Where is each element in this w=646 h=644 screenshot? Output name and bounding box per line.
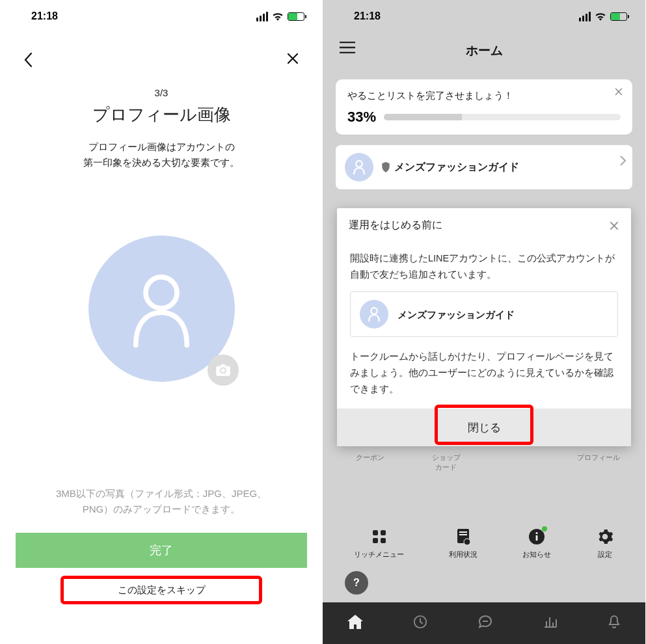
wifi-icon xyxy=(272,12,284,21)
document-icon xyxy=(454,528,472,546)
shield-icon xyxy=(381,162,390,172)
tab-bar xyxy=(323,602,645,644)
svg-rect-8 xyxy=(459,531,467,533)
avatar xyxy=(345,153,373,181)
bell-icon xyxy=(608,615,621,629)
svg-point-10 xyxy=(464,539,470,545)
clock-icon xyxy=(413,615,427,629)
hamburger-icon xyxy=(340,42,355,53)
todo-card[interactable]: やることリストを完了させましょう！ 33% xyxy=(336,79,632,135)
chart-icon xyxy=(543,615,558,628)
page-subtitle: プロフィール画像はアカウントの 第一印象を決める大切な要素です。 xyxy=(0,139,323,170)
menu-richmenu[interactable]: リッチメニュー xyxy=(354,528,404,559)
shortcut-shopcard: ショップ カード xyxy=(408,453,484,472)
svg-point-1 xyxy=(356,161,362,167)
friend-box[interactable]: メンズファッションガイド xyxy=(350,291,618,337)
onboarding-modal: 運用をはじめる前に 開設時に連携したLINEアカウントに、この公式アカウントが自… xyxy=(337,208,631,446)
svg-point-13 xyxy=(535,532,537,534)
person-icon xyxy=(367,306,381,322)
question-icon: ? xyxy=(353,577,360,589)
todo-text: やることリストを完了させましょう！ xyxy=(347,90,621,102)
svg-point-2 xyxy=(371,308,377,314)
chat-icon xyxy=(478,615,493,629)
menu-button[interactable] xyxy=(340,42,355,56)
modal-close-button[interactable]: 閉じる xyxy=(337,409,631,446)
modal-text-2: トークルームから話しかけたり、プロフィールページを見てみましょう。他のユーザーに… xyxy=(350,349,618,397)
svg-rect-3 xyxy=(373,530,378,535)
close-icon[interactable] xyxy=(609,221,619,231)
signal-icon xyxy=(579,12,591,21)
tab-chat[interactable] xyxy=(478,615,493,632)
wifi-icon xyxy=(595,12,606,21)
menu-news[interactable]: お知らせ xyxy=(522,528,551,559)
modal-header: 運用をはじめる前に xyxy=(337,208,631,243)
status-bar: 21:18 xyxy=(323,0,645,33)
svg-rect-9 xyxy=(459,534,467,535)
home-icon xyxy=(347,615,363,629)
menu-settings[interactable]: 設定 xyxy=(596,528,614,559)
modal-title: 運用をはじめる前に xyxy=(349,219,442,232)
grid-icon xyxy=(370,528,388,546)
dismiss-button[interactable] xyxy=(614,87,623,99)
page-title: プロフィール画像 xyxy=(0,103,323,126)
nav-bar xyxy=(0,33,323,74)
progress-row: 33% xyxy=(347,109,621,126)
modal-text-1: 開設時に連携したLINEアカウントに、この公式アカウントが自動で友だち追加されて… xyxy=(350,250,618,282)
shortcut-row-partial: クーポン ショップ カード プロフィール xyxy=(323,453,645,472)
step-indicator: 3/3 xyxy=(0,87,323,98)
camera-icon xyxy=(216,364,230,376)
home-header: ホーム xyxy=(323,33,645,69)
status-time: 21:18 xyxy=(354,10,381,22)
camera-button[interactable] xyxy=(208,355,239,386)
profile-setup-screen: 21:18 3/3 プロフィール画像 プロフィール画像はアカウントの 第一印象を… xyxy=(0,0,323,644)
progress-bar xyxy=(384,114,621,120)
chevron-right-icon xyxy=(619,155,626,168)
close-icon xyxy=(614,87,623,96)
info-icon xyxy=(528,528,546,546)
svg-point-0 xyxy=(146,276,177,308)
svg-rect-12 xyxy=(535,535,537,541)
home-title: ホーム xyxy=(466,42,503,59)
svg-rect-6 xyxy=(381,538,386,543)
battery-icon xyxy=(288,12,304,21)
friend-name: メンズファッションガイド xyxy=(397,306,515,323)
done-button[interactable]: 完了 xyxy=(16,533,307,568)
account-name: メンズファッションガイド xyxy=(381,161,519,174)
status-indicators xyxy=(256,12,304,21)
battery-icon xyxy=(610,12,627,21)
home-screen: 21:18 ホーム やることリストを完了させましょう！ 33% メンズファッショ… xyxy=(323,0,645,644)
progress-percent: 33% xyxy=(347,109,376,126)
tab-home[interactable] xyxy=(347,615,363,632)
skip-button[interactable]: この設定をスキップ xyxy=(61,576,262,604)
help-button[interactable]: ? xyxy=(345,571,368,595)
upload-hint: 3MB以下の写真（ファイル形式：JPG、JPEG、 PNG）のみアップロードでき… xyxy=(0,486,323,517)
menu-usage[interactable]: 利用状況 xyxy=(449,528,478,559)
person-icon xyxy=(126,270,197,348)
menu-row: リッチメニュー 利用状況 お知らせ 設定 xyxy=(323,528,645,559)
gear-icon xyxy=(596,528,614,546)
tab-timeline[interactable] xyxy=(413,615,427,632)
shortcut-coupon: クーポン xyxy=(332,453,408,472)
status-time: 21:18 xyxy=(31,10,58,22)
status-bar: 21:18 xyxy=(0,0,323,33)
avatar xyxy=(360,300,388,329)
back-icon[interactable] xyxy=(23,52,34,68)
svg-rect-4 xyxy=(381,530,386,535)
avatar-upload[interactable] xyxy=(88,235,235,382)
close-icon[interactable] xyxy=(286,52,299,65)
signal-icon xyxy=(256,12,268,21)
tab-notifications[interactable] xyxy=(608,615,621,632)
svg-rect-5 xyxy=(373,538,378,543)
modal-body: 開設時に連携したLINEアカウントに、この公式アカウントが自動で友だち追加されて… xyxy=(337,243,631,409)
account-row[interactable]: メンズファッションガイド xyxy=(336,145,632,189)
person-icon xyxy=(352,159,366,175)
tab-stats[interactable] xyxy=(543,615,558,631)
shortcut-profile: プロフィール xyxy=(560,453,636,472)
status-indicators xyxy=(579,12,627,21)
